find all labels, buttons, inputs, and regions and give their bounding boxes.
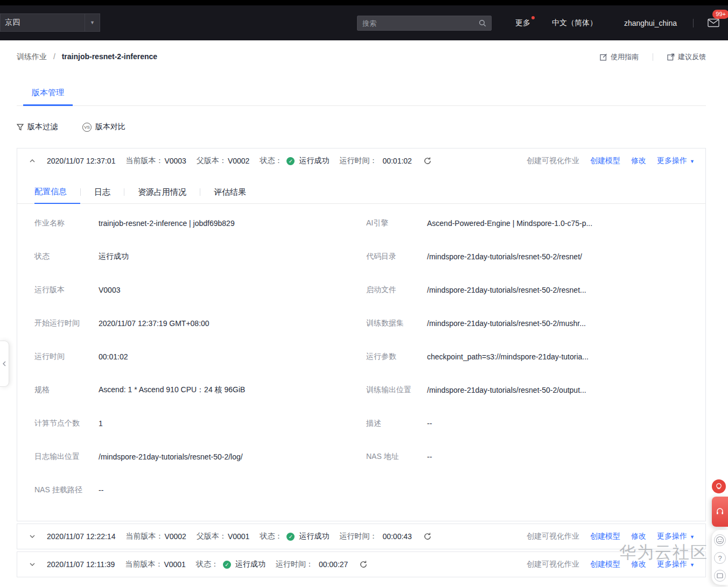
parent-version-label: 父版本：: [197, 156, 227, 166]
runtime-group: 运行时间： 00:01:02: [339, 156, 412, 166]
chevron-down-icon: ▼: [690, 534, 695, 540]
help-question-button[interactable]: ?: [714, 552, 726, 564]
version-compare-button[interactable]: VS 版本对比: [82, 122, 125, 132]
breadcrumb-separator: /: [53, 52, 55, 61]
feedback-smiley-button[interactable]: [714, 534, 726, 546]
guide-link[interactable]: 使用指南: [600, 52, 639, 62]
main-content: 训练作业 / trainjob-resnet-2-inference 使用指南 …: [0, 52, 728, 577]
field-value: /mindspore-21day-tutorials/resnet-50-2/m…: [427, 319, 586, 328]
version-timestamp: 2020/11/07 12:11:39: [47, 560, 115, 569]
version-filter-button[interactable]: 版本过滤: [17, 122, 58, 132]
breadcrumb-parent[interactable]: 训练作业: [17, 52, 47, 61]
more-actions-label: 更多操作: [657, 156, 687, 165]
create-model-link[interactable]: 创建模型: [590, 560, 620, 569]
modify-link[interactable]: 修改: [631, 156, 646, 166]
field-label: 启动文件: [366, 285, 427, 295]
tab-evaluation-result[interactable]: 评估结果: [200, 181, 260, 203]
customer-service-button[interactable]: [712, 497, 728, 527]
region-selector[interactable]: 京四 ▼: [0, 13, 100, 32]
field-boot-file: 启动文件 /mindspore-21day-tutorials/resnet-5…: [366, 273, 695, 307]
language-selector[interactable]: 中文（简体）: [552, 18, 597, 28]
field-value: trainjob-resnet-2-inference | jobdf69b82…: [99, 219, 235, 228]
field-label: 开始运行时间: [34, 319, 99, 328]
sidebar-expand-handle[interactable]: [0, 341, 9, 387]
collapse-chevron-icon[interactable]: [28, 158, 37, 164]
field-value: /mindspore-21day-tutorials/resnet-50-2/r…: [427, 252, 582, 261]
mail-icon[interactable]: 99+: [708, 18, 719, 27]
version-header-v0001[interactable]: 2020/11/07 12:11:39 当前版本： V0001 状态： ✓ 运行…: [17, 552, 705, 577]
field-value: /mindspore-21day-tutorials/resnet-50-2/r…: [427, 286, 586, 294]
floating-toolbar: ?: [712, 479, 728, 585]
runtime-group: 运行时间： 00:00:43: [339, 532, 412, 541]
field-value: /mindspore-21day-tutorials/resnet-50-2/l…: [99, 452, 243, 461]
create-visualization-link[interactable]: 创建可视化作业: [527, 532, 579, 541]
field-log-output: 日志输出位置 /mindspore-21day-tutorials/resnet…: [34, 440, 366, 473]
search-input[interactable]: [362, 19, 479, 27]
status-label: 状态：: [196, 560, 219, 569]
username-menu[interactable]: zhanghui_china: [624, 19, 677, 27]
toolbar: 版本过滤 VS 版本对比: [17, 122, 706, 132]
tab-logs[interactable]: 日志: [81, 181, 124, 203]
field-label: NAS 挂载路径: [34, 485, 99, 495]
version-actions: 创建可视化作业 创建模型 修改 更多操作▼: [527, 156, 695, 166]
field-label: 运行版本: [34, 285, 99, 295]
field-description: 描述 --: [366, 407, 695, 440]
field-value: 运行成功: [99, 252, 129, 261]
field-label: 训练数据集: [366, 319, 427, 328]
more-actions-link[interactable]: 更多操作▼: [657, 156, 695, 166]
region-label: 京四: [1, 18, 85, 27]
field-node-count: 计算节点个数 1: [34, 407, 366, 440]
status-label: 状态：: [260, 532, 282, 541]
more-actions-link[interactable]: 更多操作▼: [657, 532, 695, 541]
field-value: --: [427, 452, 432, 461]
runtime-value: 00:01:02: [382, 157, 412, 165]
global-search[interactable]: [357, 16, 492, 31]
more-tools-button[interactable]: [714, 570, 726, 582]
field-spec: 规格 Ascend: 1 * Ascend 910 CPU：24 核 96GiB: [34, 373, 366, 407]
parent-version-value: V0001: [228, 532, 249, 541]
runtime-label: 运行时间：: [339, 532, 377, 541]
expand-chevron-icon[interactable]: [28, 561, 37, 568]
tab-resource-usage[interactable]: 资源占用情况: [124, 181, 200, 203]
status-value: 运行成功: [235, 560, 265, 569]
modify-link[interactable]: 修改: [631, 532, 646, 541]
feedback-icon: [667, 53, 675, 61]
field-value: --: [99, 486, 103, 494]
tab-config-info[interactable]: 配置信息: [34, 181, 80, 204]
expand-chevron-icon[interactable]: [28, 533, 37, 540]
field-value: /mindspore-21day-tutorials/resnet-50-2/o…: [427, 386, 586, 394]
version-filter-label: 版本过滤: [27, 122, 58, 132]
field-run-params: 运行参数 checkpoint_path=s3://mindspore-21da…: [366, 340, 695, 373]
top-black-strip: [0, 0, 728, 5]
modify-link[interactable]: 修改: [631, 560, 646, 569]
top-links: 使用指南 建议反馈: [600, 52, 706, 62]
current-version: 当前版本： V0003: [125, 156, 186, 166]
config-detail-grid: 作业名称 trainjob-resnet-2-inference | jobdf…: [17, 204, 705, 521]
create-visualization-link[interactable]: 创建可视化作业: [527, 560, 579, 569]
refresh-icon[interactable]: [359, 560, 368, 569]
feedback-link[interactable]: 建议反馈: [667, 52, 706, 62]
version-header-v0003[interactable]: 2020/11/07 12:37:01 当前版本： V0003 父版本： V00…: [17, 148, 705, 173]
parent-version-label: 父版本：: [197, 532, 227, 541]
more-actions-link[interactable]: 更多操作▼: [657, 560, 695, 569]
more-menu[interactable]: 更多: [515, 18, 530, 28]
field-start-time: 开始运行时间 2020/11/07 12:37:19 GMT+08:00: [34, 307, 366, 340]
tab-version-management[interactable]: 版本管理: [23, 83, 73, 106]
create-model-link[interactable]: 创建模型: [590, 156, 620, 166]
field-label: NAS 地址: [366, 452, 427, 462]
field-train-output: 训练输出位置 /mindspore-21day-tutorials/resnet…: [366, 373, 695, 407]
search-icon[interactable]: [479, 19, 486, 27]
detail-tabs: 配置信息 日志 资源占用情况 评估结果: [17, 181, 705, 204]
parent-version: 父版本： V0001: [197, 532, 249, 541]
create-model-link[interactable]: 创建模型: [590, 532, 620, 541]
current-version-value: V0001: [164, 560, 185, 569]
runtime-label: 运行时间：: [276, 560, 313, 569]
status-label: 状态：: [260, 156, 282, 166]
refresh-icon[interactable]: [423, 532, 432, 541]
assistant-icon[interactable]: [712, 479, 726, 493]
version-header-v0002[interactable]: 2020/11/07 12:22:14 当前版本： V0002 父版本： V00…: [17, 524, 705, 549]
create-visualization-link[interactable]: 创建可视化作业: [527, 156, 579, 166]
field-label: 日志输出位置: [34, 452, 99, 462]
detail-column-left: 作业名称 trainjob-resnet-2-inference | jobdf…: [34, 207, 366, 507]
refresh-icon[interactable]: [423, 157, 432, 165]
